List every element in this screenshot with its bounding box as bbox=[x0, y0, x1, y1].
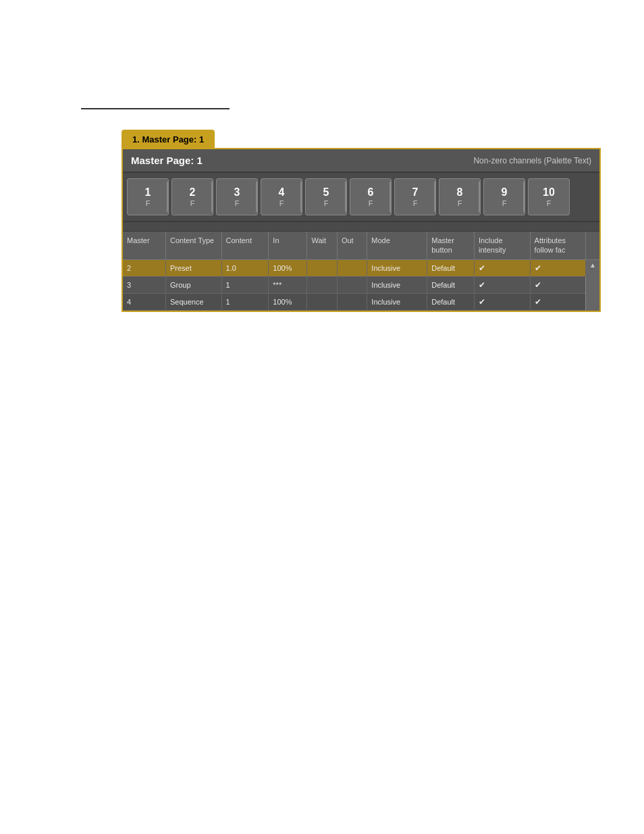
cell-include_intensity: ✔ bbox=[475, 259, 531, 276]
fader-label-8: F bbox=[458, 199, 462, 207]
fader-label-4: F bbox=[279, 199, 284, 207]
col-header-out: Out bbox=[337, 232, 367, 259]
col-header-attributes-follow-fac: Attributes follow fac bbox=[530, 232, 586, 259]
fader-number-6: 6 bbox=[368, 187, 374, 198]
cell-mode: Inclusive bbox=[367, 259, 427, 276]
fader-number-10: 10 bbox=[543, 187, 555, 198]
fader-divider-2 bbox=[256, 182, 257, 212]
checkmark-icon: ✔ bbox=[535, 297, 541, 307]
fader-item-4[interactable]: 4 F bbox=[261, 178, 302, 215]
cell-master: 4 bbox=[123, 293, 165, 310]
cell-in: 100% bbox=[269, 293, 307, 310]
fader-number-5: 5 bbox=[323, 187, 329, 198]
cell-content_type: Group bbox=[165, 276, 221, 293]
col-header-master: Master bbox=[123, 232, 165, 259]
cell-wait bbox=[307, 259, 337, 276]
cell-include_intensity: ✔ bbox=[475, 293, 531, 310]
fader-divider-5 bbox=[390, 182, 391, 212]
fader-number-8: 8 bbox=[457, 187, 463, 198]
col-header-scrollbar bbox=[586, 232, 599, 259]
table-wrapper: Master Content Type Content In Wait Out … bbox=[123, 232, 599, 311]
cell-include_intensity: ✔ bbox=[475, 276, 531, 293]
cell-master_button: Default bbox=[427, 293, 475, 310]
fader-label-7: F bbox=[413, 199, 418, 207]
cell-attributes_follow_fac: ✔ bbox=[530, 293, 586, 310]
cell-content: 1 bbox=[221, 293, 269, 310]
checkmark-icon: ✔ bbox=[479, 297, 485, 307]
panel-container: 1. Master Page: 1 Master Page: 1 Non-zer… bbox=[122, 130, 601, 312]
cell-mode: Inclusive bbox=[367, 276, 427, 293]
cell-master: 2 bbox=[123, 259, 165, 276]
cell-out bbox=[337, 276, 367, 293]
table-row[interactable]: 3Group1***InclusiveDefault✔✔ bbox=[123, 276, 599, 293]
fader-label-5: F bbox=[324, 199, 329, 207]
tab-label[interactable]: 1. Master Page: 1 bbox=[122, 130, 601, 148]
fader-item-10[interactable]: 10 F bbox=[528, 178, 570, 215]
fader-divider-6 bbox=[434, 182, 435, 212]
fader-item-5[interactable]: 5 F bbox=[305, 178, 347, 215]
fader-divider-7 bbox=[479, 182, 480, 212]
fader-item-2[interactable]: 2 F bbox=[171, 178, 213, 215]
fader-item-1[interactable]: 1 F bbox=[127, 178, 169, 215]
fader-item-7[interactable]: 7 F bbox=[394, 178, 436, 215]
fader-number-3: 3 bbox=[234, 187, 240, 198]
cell-out bbox=[337, 293, 367, 310]
table-row[interactable]: 4Sequence1100%InclusiveDefault✔✔ bbox=[123, 293, 599, 310]
fader-label-6: F bbox=[369, 199, 373, 207]
fader-number-2: 2 bbox=[190, 187, 196, 198]
fader-number-4: 4 bbox=[279, 187, 285, 198]
cell-in: *** bbox=[269, 276, 307, 293]
cell-wait bbox=[307, 293, 337, 310]
fader-label-2: F bbox=[190, 199, 195, 207]
cell-master: 3 bbox=[123, 276, 165, 293]
fader-label-3: F bbox=[235, 199, 240, 207]
col-header-in: In bbox=[269, 232, 307, 259]
cell-wait bbox=[307, 276, 337, 293]
table-header-row: Master Content Type Content In Wait Out … bbox=[123, 232, 599, 259]
fader-number-1: 1 bbox=[145, 187, 151, 198]
fader-divider-0 bbox=[167, 182, 168, 212]
col-header-content-type: Content Type bbox=[165, 232, 221, 259]
fader-number-9: 9 bbox=[502, 187, 508, 198]
col-header-mode: Mode bbox=[367, 232, 427, 259]
panel-title: Master Page: 1 bbox=[131, 155, 203, 166]
cell-master_button: Default bbox=[427, 276, 475, 293]
cell-attributes_follow_fac: ✔ bbox=[530, 276, 586, 293]
panel-spacer bbox=[123, 222, 599, 232]
scrollbar[interactable]: ▲ bbox=[586, 259, 599, 310]
col-header-master-button: Master button bbox=[427, 232, 475, 259]
fader-label-9: F bbox=[502, 199, 507, 207]
checkmark-icon: ✔ bbox=[479, 280, 485, 290]
col-header-include-intensity: Include intensity bbox=[475, 232, 531, 259]
panel-subtitle: Non-zero channels (Palette Text) bbox=[473, 156, 591, 165]
tab-label-text: 1. Master Page: 1 bbox=[122, 130, 215, 148]
master-table: Master Content Type Content In Wait Out … bbox=[123, 232, 599, 311]
fader-label-10: F bbox=[547, 199, 552, 207]
cell-in: 100% bbox=[269, 259, 307, 276]
cell-mode: Inclusive bbox=[367, 293, 427, 310]
cell-content_type: Preset bbox=[165, 259, 221, 276]
fader-divider-4 bbox=[345, 182, 346, 212]
fader-label-1: F bbox=[146, 199, 151, 207]
cell-content_type: Sequence bbox=[165, 293, 221, 310]
page-wrapper: 1. Master Page: 1 Master Page: 1 Non-zer… bbox=[0, 0, 644, 834]
fader-item-6[interactable]: 6 F bbox=[350, 178, 392, 215]
faders-row: 1 F 2 F 3 F 4 F 5 F 6 F 7 F 8 bbox=[123, 173, 599, 222]
table-section: Master Content Type Content In Wait Out … bbox=[123, 232, 599, 311]
fader-divider-3 bbox=[300, 182, 302, 212]
main-panel: Master Page: 1 Non-zero channels (Palett… bbox=[122, 148, 601, 312]
cell-master_button: Default bbox=[427, 259, 475, 276]
scroll-up-button[interactable]: ▲ bbox=[587, 261, 598, 269]
cell-content: 1.0 bbox=[221, 259, 269, 276]
checkmark-icon: ✔ bbox=[535, 263, 541, 273]
checkmark-icon: ✔ bbox=[479, 263, 485, 273]
fader-divider-1 bbox=[211, 182, 213, 212]
fader-item-8[interactable]: 8 F bbox=[439, 178, 481, 215]
table-row[interactable]: 2Preset1.0100%InclusiveDefault✔✔▲ bbox=[123, 259, 599, 276]
cell-out bbox=[337, 259, 367, 276]
fader-divider-8 bbox=[523, 182, 525, 212]
fader-item-9[interactable]: 9 F bbox=[483, 178, 525, 215]
fader-item-3[interactable]: 3 F bbox=[216, 178, 258, 215]
cell-attributes_follow_fac: ✔ bbox=[530, 259, 586, 276]
divider-line bbox=[81, 108, 230, 109]
